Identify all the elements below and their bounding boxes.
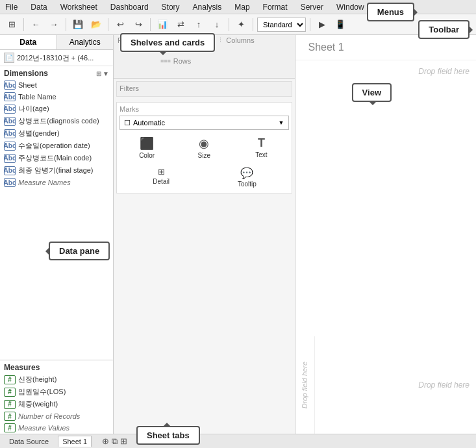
drop-zone-left[interactable]: Drop field here — [295, 336, 315, 434]
menu-analysis[interactable]: Analysis — [190, 1, 225, 13]
toolbar-sort-asc[interactable]: ↑ — [191, 17, 207, 32]
marks-color-icon: ⬛ — [140, 136, 154, 151]
statusbar-add-sheet-icon[interactable]: ⊕ — [102, 436, 109, 447]
field-main-code[interactable]: Abc 주상병코드(Main code) — [0, 152, 113, 164]
marks-color-btn[interactable]: ⬛ Color — [119, 134, 174, 162]
dimensions-title: Dimensions — [4, 69, 48, 78]
statusbar-sheet1[interactable]: Sheet 1 — [58, 436, 92, 447]
field-type-icon: # — [4, 400, 16, 409]
field-gender[interactable]: Abc 성별(gender) — [0, 127, 113, 140]
field-name: Measure Values — [18, 424, 69, 432]
view-content: Drop field here Drop field here Drop fie… — [295, 60, 477, 434]
drop-field-left-text: Drop field here — [301, 362, 308, 408]
menu-map[interactable]: Map — [232, 1, 252, 13]
view-main[interactable]: Drop field here — [315, 336, 477, 434]
toolbar-device[interactable]: 📱 — [332, 17, 348, 32]
tab-data[interactable]: Data — [0, 35, 57, 49]
field-type-icon: Abc — [4, 81, 16, 90]
rows-label: Rows — [173, 57, 192, 65]
data-source-label: 2012년-18310건 + (46... — [17, 53, 94, 63]
columns-label: Columns — [226, 36, 254, 44]
menu-window[interactable]: Window — [334, 1, 367, 13]
callout-toolbar-label: Toolbar — [429, 25, 459, 34]
data-source-icon: 📄 — [4, 53, 14, 63]
measures-header: Measures — [0, 360, 113, 373]
menu-worksheet[interactable]: Worksheet — [58, 1, 100, 13]
toolbar-forward[interactable]: → — [46, 17, 62, 32]
toolbar-open[interactable]: 📂 — [88, 17, 104, 32]
marks-color-label: Color — [139, 152, 155, 159]
toolbar-sort-desc[interactable]: ↓ — [209, 17, 225, 32]
toolbar-highlight[interactable]: ✦ — [233, 17, 249, 32]
callout-data-pane: Data pane — [49, 242, 110, 260]
callout-sheet-tabs-arrow — [162, 418, 171, 427]
rows-drop[interactable] — [160, 65, 291, 77]
toolbar-sep-4 — [150, 18, 151, 31]
field-weight[interactable]: # 체중(weight) — [0, 398, 113, 410]
field-sheet[interactable]: Abc Sheet — [0, 79, 113, 91]
toolbar-home[interactable]: ⊞ — [4, 17, 19, 32]
menu-data[interactable]: Data — [28, 1, 49, 13]
field-name: 신장(height) — [18, 375, 56, 384]
menu-dashboard[interactable]: Dashboard — [108, 1, 151, 13]
field-measure-names[interactable]: Abc Measure Names — [0, 177, 113, 188]
field-number-of-records[interactable]: # Number of Records — [0, 410, 113, 422]
field-name: 체중(weight) — [18, 399, 58, 409]
callout-menus-label: Menus — [377, 7, 404, 17]
field-type-icon: # — [4, 412, 16, 421]
field-name: Sheet — [18, 81, 37, 89]
field-type-icon: Abc — [4, 142, 16, 151]
callout-view: View — [352, 83, 392, 102]
field-diagnosis-code[interactable]: Abc 상병코드(diagnosis code) — [0, 115, 113, 127]
statusbar-dashboard-icon[interactable]: ⊞ — [120, 436, 127, 447]
menu-format[interactable]: Format — [260, 1, 290, 13]
center-panel: Pages ⋮⋮⋮ Columns ≡≡≡ Rows — [114, 35, 295, 434]
toolbar-sep-6 — [253, 18, 253, 31]
dimensions-list: Abc Sheet Abc Table Name Abc 나이(age) Abc… — [0, 79, 113, 360]
statusbar-data-source[interactable]: Data Source — [5, 436, 53, 447]
measures-list: # 신장(height) # 입원일수(LOS) # 체중(weight) # … — [0, 373, 113, 434]
field-measure-values[interactable]: # Measure Values — [0, 422, 113, 434]
toolbar-present[interactable]: ▶ — [314, 17, 330, 32]
field-name: Measure Names — [18, 179, 71, 186]
toolbar-sep-3 — [108, 18, 108, 31]
marks-type-icon: ☐ — [124, 119, 131, 127]
menu-server[interactable]: Server — [298, 1, 326, 13]
statusbar: Data Source Sheet 1 ⊕ ⧉ ⊞ — [0, 434, 476, 448]
marks-text-btn[interactable]: T Text — [234, 134, 288, 162]
tab-analytics[interactable]: Analytics — [57, 35, 114, 49]
toolbar-save[interactable]: 💾 — [70, 17, 86, 32]
marks-detail-btn[interactable]: ⊞ Detail — [119, 164, 203, 190]
field-type-icon: Abc — [4, 178, 16, 187]
field-name: 입원일수(LOS) — [18, 387, 66, 397]
toolbar-chart[interactable]: 📊 — [155, 17, 170, 32]
field-los[interactable]: # 입원일수(LOS) — [0, 386, 113, 398]
marks-tooltip-btn[interactable]: 💬 Tooltip — [205, 164, 288, 190]
menu-file[interactable]: File — [3, 1, 20, 13]
marks-size-btn[interactable]: ◉ Size — [177, 134, 231, 162]
field-type-icon: # — [4, 388, 16, 397]
field-type-icon: # — [4, 423, 16, 432]
field-table-name[interactable]: Abc Table Name — [0, 91, 113, 103]
field-age[interactable]: Abc 나이(age) — [0, 103, 113, 115]
toolbar-standard-select[interactable]: Standard — [257, 18, 306, 32]
marks-buttons: ⬛ Color ◉ Size T Text — [119, 134, 289, 162]
field-final-stage[interactable]: Abc 최종 암병기(final stage) — [0, 164, 113, 177]
marks-type-dropdown[interactable]: ☐ Automatic ▼ — [119, 116, 289, 130]
statusbar-duplicate-icon[interactable]: ⧉ — [112, 436, 118, 447]
columns-drop[interactable] — [206, 44, 290, 56]
toolbar-sep-5 — [229, 18, 229, 31]
dimensions-header: Dimensions ⊞ ▼ — [0, 66, 113, 79]
field-height[interactable]: # 신장(height) — [0, 373, 113, 386]
toolbar-undo[interactable]: ↩ — [112, 17, 128, 32]
field-operation-date[interactable]: Abc 수술일(operation date) — [0, 140, 113, 152]
dimensions-sort-icon[interactable]: ⊞ — [96, 70, 101, 77]
menu-story[interactable]: Story — [159, 1, 182, 13]
toolbar-swap[interactable]: ⇄ — [173, 17, 188, 32]
toolbar-redo[interactable]: ↪ — [131, 17, 146, 32]
marks-tooltip-label: Tooltip — [238, 180, 257, 188]
dimensions-expand-icon[interactable]: ▼ — [103, 70, 109, 77]
field-type-icon: Abc — [4, 92, 16, 101]
marks-size-label: Size — [198, 152, 210, 159]
toolbar-back[interactable]: ← — [28, 17, 44, 32]
